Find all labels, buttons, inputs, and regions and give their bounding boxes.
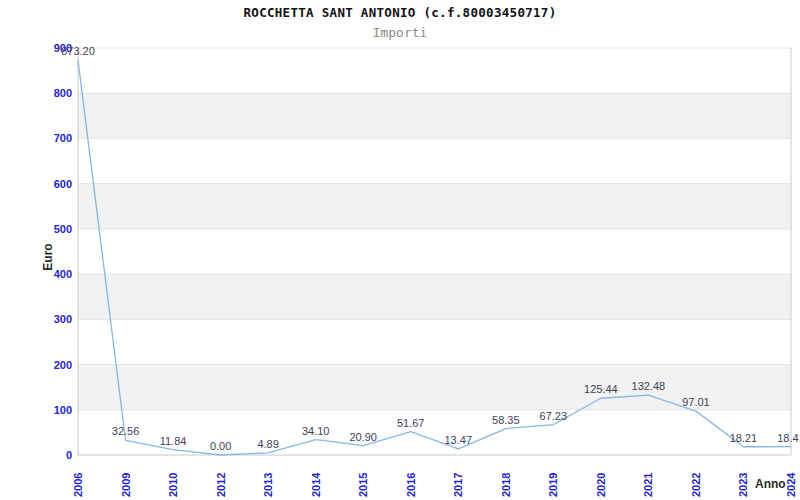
y-tick-label: 700: [54, 132, 72, 144]
x-tick-label: 2006: [72, 473, 84, 497]
y-tick-label: 200: [54, 359, 72, 371]
x-tick-label: 2021: [642, 473, 654, 497]
y-tick-label: 800: [54, 87, 72, 99]
x-tick-label: 2014: [310, 472, 322, 497]
value-label: 132.48: [632, 380, 666, 392]
x-tick-label: 2013: [262, 473, 274, 497]
x-tick-label: 2015: [357, 473, 369, 497]
y-tick-label: 400: [54, 268, 72, 280]
value-label: 11.84: [160, 435, 187, 447]
y-tick-label: 100: [54, 404, 72, 416]
x-tick-label: 2023: [737, 473, 749, 497]
x-tick-label: 2024: [785, 472, 797, 497]
x-tick-label: 2009: [120, 473, 132, 497]
value-label: 18.41: [777, 432, 800, 444]
value-label: 125.44: [584, 383, 618, 395]
x-tick-label: 2012: [215, 473, 227, 497]
value-label: 34.10: [302, 425, 330, 437]
value-label: 32.56: [112, 425, 140, 437]
value-label: 13.47: [445, 434, 473, 446]
x-axis-title: Anno: [755, 477, 786, 491]
y-tick-label: 300: [54, 313, 72, 325]
value-label: 51.67: [397, 417, 425, 429]
grid-band: [78, 93, 791, 138]
value-label: 20.90: [349, 431, 377, 443]
grid-band: [78, 184, 791, 229]
value-label: 18.21: [730, 432, 758, 444]
x-tick-label: 2020: [595, 473, 607, 497]
x-tick-label: 2016: [405, 473, 417, 497]
line-chart: 0100200300400500600700800900200620092010…: [0, 0, 800, 500]
y-tick-label: 600: [54, 178, 72, 190]
value-label: 97.01: [682, 396, 710, 408]
value-label: 67.23: [540, 410, 568, 422]
y-tick-label: 0: [66, 449, 72, 461]
grid-band: [78, 274, 791, 319]
value-label: 58.35: [492, 414, 520, 426]
value-label: 873.20: [61, 45, 95, 57]
value-label: 0.00: [210, 440, 231, 452]
x-tick-label: 2022: [690, 473, 702, 497]
value-label: 4.89: [257, 438, 278, 450]
x-tick-label: 2018: [500, 473, 512, 497]
y-tick-label: 500: [54, 223, 72, 235]
x-tick-label: 2017: [452, 473, 464, 497]
x-tick-label: 2010: [167, 473, 179, 497]
x-tick-label: 2019: [547, 473, 559, 497]
chart-page: ROCCHETTA SANT ANTONIO (c.f.80003450717)…: [0, 0, 800, 500]
